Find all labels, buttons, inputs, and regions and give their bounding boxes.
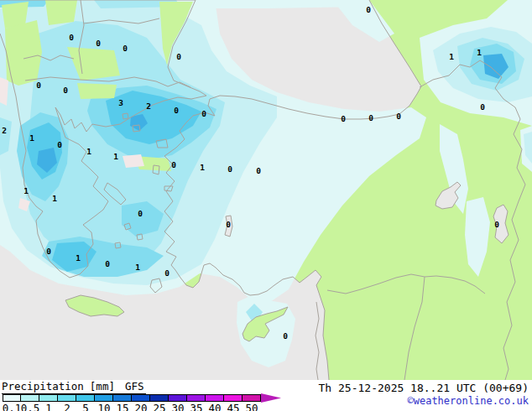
precip-value-label: 0 — [226, 220, 231, 229]
precip-value-label: 2 — [146, 101, 151, 111]
colorbar-tick-label: 30 — [171, 402, 184, 411]
precip-value-label: 3 — [118, 98, 123, 107]
precip-value-label: 0 — [283, 331, 288, 341]
precip-value-label: 0 — [256, 166, 261, 175]
precip-value-label: 0 — [396, 112, 401, 121]
colorbar-segment — [169, 394, 187, 402]
legend-model-label: GFS — [125, 380, 144, 393]
legend-bar: Precipitation[mm]GFS 0.10.51251015202530… — [0, 380, 532, 411]
colorbar-tick-label: 5 — [82, 402, 89, 411]
colorbar-tick-label: 45 — [227, 402, 239, 411]
precip-value-label: 0 — [46, 247, 51, 256]
colorbar-tick-label: 0.1 — [3, 402, 22, 411]
precip-value-label: 1 — [135, 263, 140, 272]
colorbar-tick-label: 50 — [245, 402, 258, 411]
colorbar-segment — [3, 394, 21, 402]
precip-value-label: 0 — [36, 81, 41, 90]
forecast-datetime: Th 25-12-2025 18..21 UTC (00+69) — [319, 382, 529, 394]
precip-value-label: 1 — [23, 186, 29, 195]
precip-value-label: 0 — [341, 114, 346, 123]
colorbar-tick-label: 0.5 — [21, 402, 40, 411]
colorbar-segment — [39, 394, 58, 402]
colorbar-segment — [58, 394, 76, 402]
precip-value-label: 0 — [138, 209, 143, 218]
precip-value-label: 1 — [449, 52, 454, 61]
precip-value-label: 1 — [86, 147, 91, 156]
precip-value-label: 0 — [227, 164, 232, 174]
weather-map-screen: 0000003200011000021011010011000010100 Pr… — [0, 0, 532, 411]
colorbar-segment — [95, 394, 113, 402]
colorbar-tick-label: 25 — [153, 402, 165, 411]
precip-value-label: 0 — [176, 52, 181, 61]
colorbar-tick-label: 10 — [97, 402, 110, 411]
legend-title: Precipitation[mm]GFS — [2, 380, 146, 394]
precip-value-label: 1 — [29, 133, 34, 143]
precip-value-label: 0 — [171, 160, 176, 169]
colorbar — [3, 394, 261, 402]
precip-value-label: 1 — [76, 253, 81, 263]
legend-unit-label: [mm] — [90, 380, 115, 393]
colorbar-segment — [76, 394, 95, 402]
precipitation-map: 0000003200011000021011010011000010100 — [0, 0, 532, 380]
precip-value-label: 2 — [2, 126, 7, 135]
precip-value-label: 0 — [57, 140, 62, 149]
colorbar-segment — [21, 394, 39, 402]
colorbar-segment — [187, 394, 206, 402]
colorbar-segment — [132, 394, 150, 402]
colorbar-segment — [113, 394, 132, 402]
colorbar-segment — [150, 394, 169, 402]
precip-value-label: 0 — [123, 44, 128, 53]
colorbar-tick-label: 2 — [64, 402, 70, 411]
colorbar-arrow-icon — [261, 393, 283, 403]
colorbar-tick-label: 35 — [190, 402, 202, 411]
precip-value-label: 1 — [477, 48, 482, 57]
colorbar-segment — [206, 394, 224, 402]
precip-value-label: 0 — [164, 268, 170, 278]
precip-value-label: 0 — [366, 5, 371, 14]
precip-value-label: 0 — [105, 259, 110, 268]
precip-value-label: 1 — [113, 152, 118, 161]
precip-value-label: 0 — [174, 106, 179, 115]
precip-value-label: 1 — [200, 163, 205, 172]
precip-value-label: 0 — [480, 102, 485, 112]
copyright-link[interactable]: ©weatheronline.co.uk — [408, 395, 529, 407]
precip-value-label: 0 — [96, 39, 101, 48]
precip-value-label: 0 — [368, 113, 373, 122]
precip-value-label: 0 — [494, 220, 499, 229]
colorbar-tick-label: 1 — [45, 402, 52, 411]
precip-value-label: 1 — [52, 194, 57, 203]
colorbar-segment — [243, 394, 261, 402]
precip-value-label: 0 — [63, 86, 68, 95]
legend-parameter-label: Precipitation — [2, 380, 84, 393]
colorbar-segment — [224, 394, 243, 402]
colorbar-tick-label: 40 — [208, 402, 221, 411]
colorbar-tick-label: 20 — [134, 402, 147, 411]
colorbar-tick-label: 15 — [116, 402, 128, 411]
precip-value-label: 0 — [69, 33, 74, 42]
precip-value-label: 0 — [201, 109, 206, 118]
